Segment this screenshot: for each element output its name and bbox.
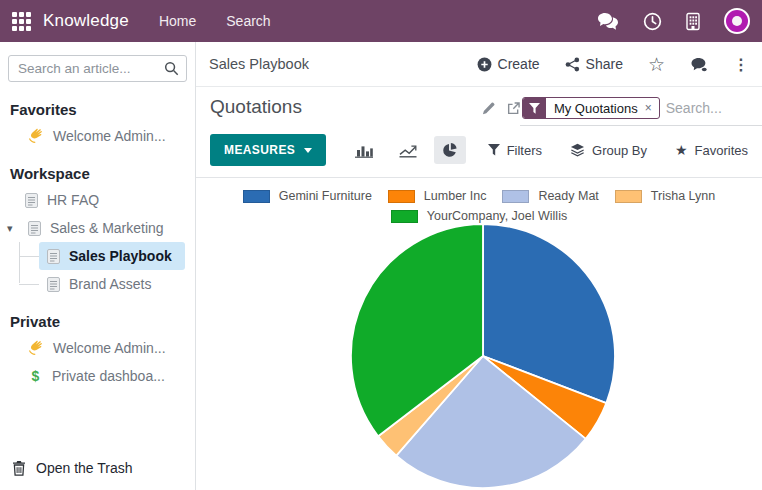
sidebar-item-welcome-favorite[interactable]: Welcome Admin... xyxy=(0,122,195,150)
legend-item[interactable]: Trisha Lynn xyxy=(615,189,715,203)
legend-item[interactable]: Ready Mat xyxy=(502,189,598,203)
user-avatar[interactable] xyxy=(724,8,750,34)
legend-label: Trisha Lynn xyxy=(651,189,715,203)
knowledge-sidebar: Favorites Welcome Admin... Workspace HR … xyxy=(0,42,196,490)
edit-pencil-icon[interactable] xyxy=(482,102,495,115)
section-favorites: Favorites xyxy=(10,101,185,118)
wave-hand-icon xyxy=(28,340,44,356)
app-title[interactable]: Knowledge xyxy=(43,11,129,31)
share-icon xyxy=(565,57,580,72)
section-private: Private xyxy=(10,313,185,330)
filters-button[interactable]: Filters xyxy=(488,143,542,158)
article-label: Brand Assets xyxy=(69,276,152,292)
funnel-icon xyxy=(523,98,546,118)
wave-hand-icon xyxy=(28,128,44,144)
tree-connector xyxy=(19,284,39,285)
document-icon xyxy=(25,193,38,208)
article-label: Welcome Admin... xyxy=(53,128,166,144)
article-search-input[interactable] xyxy=(8,55,187,82)
line-chart-button[interactable] xyxy=(390,136,426,164)
create-button[interactable]: Create xyxy=(477,56,540,72)
sidebar-item-welcome-private[interactable]: Welcome Admin... xyxy=(0,334,195,362)
search-icon xyxy=(164,61,179,80)
funnel-icon xyxy=(488,144,500,156)
kebab-menu-icon[interactable]: ⋮ xyxy=(733,55,749,74)
favorite-star-icon[interactable]: ☆ xyxy=(648,55,665,74)
sidebar-item-sales-playbook[interactable]: Sales Playbook xyxy=(39,242,185,270)
article-label: Private dashboa... xyxy=(52,368,165,384)
bar-chart-button[interactable] xyxy=(346,136,382,164)
legend-swatch xyxy=(388,190,415,203)
facet-remove-icon[interactable]: × xyxy=(642,101,659,115)
menu-search[interactable]: Search xyxy=(226,13,270,29)
filters-label: Filters xyxy=(507,143,542,158)
dollar-icon: $ xyxy=(28,368,43,384)
document-icon xyxy=(47,277,60,292)
chart-controls: MEASURES xyxy=(196,126,762,178)
article-label: Sales & Marketing xyxy=(50,220,164,236)
tree-connector xyxy=(19,256,39,257)
legend-swatch xyxy=(502,190,529,203)
external-link-icon[interactable] xyxy=(507,102,520,115)
building-icon[interactable] xyxy=(686,12,700,31)
chatter-icon[interactable] xyxy=(690,57,708,72)
share-label: Share xyxy=(586,56,623,72)
view-search-input[interactable] xyxy=(666,100,762,116)
legend-label: YourCompany, Joel Willis xyxy=(427,209,567,223)
measures-button[interactable]: MEASURES xyxy=(210,134,326,166)
share-button[interactable]: Share xyxy=(565,56,623,72)
view-title: Quotations xyxy=(210,96,302,118)
plus-circle-icon xyxy=(477,57,492,72)
open-trash-label: Open the Trash xyxy=(36,460,133,476)
caret-down-icon xyxy=(304,148,312,153)
pie-chart xyxy=(196,223,762,490)
favorites-label: Favorites xyxy=(695,143,748,158)
legend-swatch xyxy=(615,190,642,203)
article-label: Sales Playbook xyxy=(69,248,172,264)
top-navbar: Knowledge Home Search xyxy=(0,0,762,42)
article-label: HR FAQ xyxy=(47,192,99,208)
sidebar-item-hr-faq[interactable]: HR FAQ xyxy=(0,186,195,214)
legend-label: Gemini Furniture xyxy=(279,189,372,203)
open-trash-button[interactable]: Open the Trash xyxy=(0,448,195,490)
legend-label: Ready Mat xyxy=(538,189,598,203)
document-icon xyxy=(28,221,41,236)
article-main: Sales Playbook Create Share ☆ xyxy=(196,42,762,490)
trash-icon xyxy=(12,461,26,476)
activities-clock-icon[interactable] xyxy=(643,12,662,31)
section-workspace: Workspace xyxy=(10,165,185,182)
breadcrumb[interactable]: Sales Playbook xyxy=(209,56,309,72)
chevron-down-icon[interactable]: ▾ xyxy=(7,222,19,235)
measures-label: MEASURES xyxy=(224,143,295,157)
pie-chart-area xyxy=(196,223,762,490)
legend-swatch xyxy=(391,210,418,223)
pie-chart-button[interactable] xyxy=(434,136,466,164)
layers-icon xyxy=(570,143,585,157)
legend-item[interactable]: Lumber Inc xyxy=(388,189,487,203)
favorites-button[interactable]: ★ Favorites xyxy=(675,143,748,158)
article-label: Welcome Admin... xyxy=(53,340,166,356)
sidebar-item-private-dashboard[interactable]: $ Private dashboa... xyxy=(0,362,195,390)
facet-label: My Quotations xyxy=(546,101,642,116)
create-label: Create xyxy=(498,56,540,72)
star-icon: ★ xyxy=(675,143,688,157)
legend-item[interactable]: Gemini Furniture xyxy=(243,189,372,203)
legend-swatch xyxy=(243,190,270,203)
breadcrumb-bar: Sales Playbook Create Share ☆ xyxy=(196,42,762,87)
chart-legend: Gemini FurnitureLumber IncReady MatTrish… xyxy=(205,189,753,223)
sidebar-item-brand-assets[interactable]: Brand Assets xyxy=(39,270,185,298)
legend-label: Lumber Inc xyxy=(424,189,487,203)
messages-icon[interactable] xyxy=(597,12,619,30)
group-by-label: Group By xyxy=(592,143,647,158)
article-tree: Sales Playbook Brand Assets xyxy=(19,242,195,298)
sidebar-item-sales-marketing[interactable]: ▾ Sales & Marketing xyxy=(0,214,195,242)
apps-grid-icon[interactable] xyxy=(12,12,31,31)
menu-home[interactable]: Home xyxy=(159,13,196,29)
group-by-button[interactable]: Group By xyxy=(570,143,647,158)
embedded-view-header: Quotations My Quotations × xyxy=(196,87,762,126)
legend-item[interactable]: YourCompany, Joel Willis xyxy=(391,209,567,223)
search-view: My Quotations × xyxy=(520,96,762,126)
document-icon xyxy=(47,249,60,264)
filter-facet[interactable]: My Quotations × xyxy=(522,97,660,119)
knowledge-app: Knowledge Home Search xyxy=(0,0,762,490)
